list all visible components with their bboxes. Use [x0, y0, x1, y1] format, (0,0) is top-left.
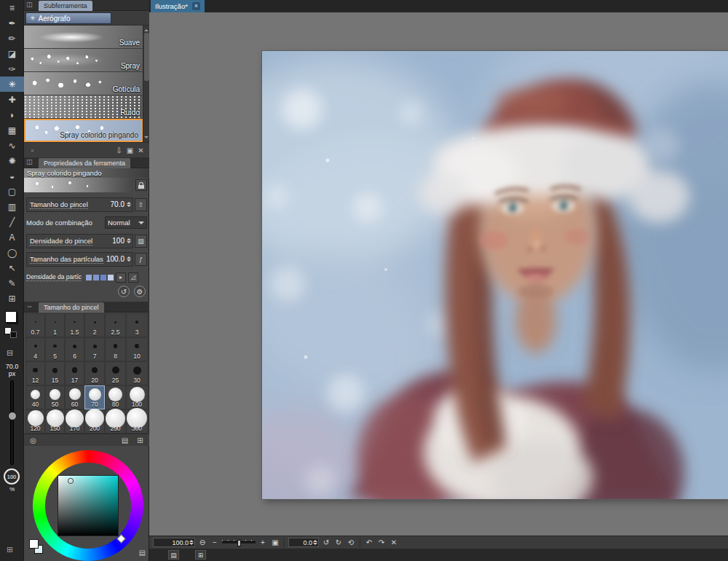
zoom-field[interactable]: 100.0 [153, 538, 195, 547]
slider-thumb[interactable] [8, 412, 17, 420]
color-marker[interactable] [68, 478, 74, 484]
text-tool[interactable]: A [0, 230, 24, 245]
import-subtool-button[interactable]: ⇩ [114, 145, 124, 155]
pencil-tool[interactable]: ✏ [0, 31, 24, 46]
brush-size-cell[interactable]: 1 [45, 313, 65, 337]
brush-size-cell[interactable]: 200 [84, 409, 105, 434]
operation-tool[interactable]: ↖ [0, 260, 24, 275]
zoom-minus-button[interactable]: − [210, 538, 220, 548]
brush-size-cell[interactable]: 10 [126, 337, 148, 361]
blend-mode-dropdown[interactable]: Normal [105, 216, 147, 229]
brush-size-cell[interactable]: 40 [25, 385, 45, 409]
brush-size-cell[interactable]: 3 [126, 313, 148, 337]
rotation-field[interactable]: 0.0 [288, 538, 319, 547]
subtool-scrollbar[interactable] [143, 26, 149, 142]
brush-size-cell[interactable]: 150 [45, 409, 65, 434]
correction-tool[interactable]: ✎ [0, 275, 24, 291]
rect-select-tool[interactable]: ▢ [0, 184, 24, 199]
scroll-up-icon[interactable] [144, 27, 149, 31]
size-dynamics-button[interactable]: ⇧ [135, 198, 147, 211]
density-dynamics-button[interactable]: ▧ [135, 235, 147, 248]
redo-button[interactable]: ↷ [376, 538, 387, 548]
brush-size-cell[interactable]: 5 [45, 337, 65, 361]
strip-grid-button[interactable]: ⊞ [195, 550, 206, 560]
subtool-item-suave[interactable]: Suave [24, 26, 143, 49]
gradient-tool[interactable]: ▥ [0, 199, 24, 214]
airbrush-group-tab[interactable]: ✳ Aerógrafo [25, 12, 111, 24]
sparkle-tool[interactable]: ✺ [0, 153, 24, 168]
brush-size-cell[interactable]: 100 [126, 385, 148, 409]
duplicate-subtool-button[interactable]: ▣ [124, 145, 135, 155]
particle-dynamics-button[interactable]: ƒ [135, 253, 147, 266]
brush-tool[interactable]: ✑ [0, 61, 24, 76]
brush-size-cell[interactable]: 15 [45, 361, 65, 385]
subtool-item-spray-colorido-selected[interactable]: Spray colorido pingando [24, 119, 143, 142]
rotate-right-button[interactable]: ↻ [333, 538, 344, 548]
zoom-slider[interactable] [222, 541, 256, 544]
zoom-out-button[interactable]: ⊖ [197, 538, 207, 548]
decoration-tool[interactable]: ✚ [0, 92, 24, 107]
brush-size-cell[interactable]: 8 [105, 337, 126, 361]
subtool-item-goticula[interactable]: Gotícula [24, 72, 143, 95]
rotation-spinner[interactable] [313, 540, 317, 545]
brush-size-cell[interactable]: 300 [126, 409, 148, 434]
balloon-tool[interactable]: ◯ [0, 245, 24, 260]
zoom-slider-thumb[interactable] [237, 540, 241, 546]
brush-size-cell[interactable]: 7 [84, 337, 105, 361]
wheel-primary-swatch[interactable] [29, 539, 39, 549]
panel-menu-button[interactable]: ≡ [0, 0, 24, 15]
brush-size-cell[interactable]: 80 [105, 385, 126, 409]
level-expand-button[interactable]: ▸ [116, 272, 126, 283]
size-grid-view-button[interactable]: ⊞ [135, 435, 146, 445]
brush-size-cell[interactable]: 50 [45, 385, 65, 409]
brush-size-cell[interactable]: 2.5 [105, 313, 126, 337]
brush-size-cell[interactable]: 250 [105, 409, 126, 434]
brush-size-cell[interactable]: 6 [65, 337, 84, 361]
subtool-options-button[interactable]: ▫ [27, 145, 38, 155]
pen-tool[interactable]: ✒ [0, 15, 24, 31]
brush-size-cell[interactable]: 2 [84, 313, 105, 337]
brush-size-cell-selected[interactable]: 70 [84, 385, 105, 409]
painting[interactable] [262, 51, 728, 499]
blend-tool[interactable]: ◗ [0, 107, 24, 122]
color-panel-menu-icon[interactable]: ▤ [139, 549, 146, 557]
size-list-view-button[interactable]: ▤ [119, 435, 130, 445]
brush-size-cell[interactable]: 60 [65, 385, 84, 409]
detail-settings-button[interactable]: ⚙ [134, 286, 146, 297]
particle-density-level[interactable] [86, 275, 114, 280]
spinner[interactable] [127, 256, 131, 262]
frame-tool[interactable]: ⊞ [0, 291, 24, 306]
close-icon[interactable]: × [192, 2, 200, 10]
tool-properties-tab[interactable]: Propriedades da ferramenta [39, 158, 130, 168]
zoom-spinner[interactable] [189, 540, 194, 545]
spinner[interactable] [127, 202, 131, 207]
airbrush-tool[interactable]: ✳ [0, 76, 24, 92]
brush-size-cell[interactable]: 1.5 [65, 313, 84, 337]
fit-to-screen-button[interactable]: ▣ [270, 538, 280, 548]
brush-size-cell[interactable]: 0.7 [25, 313, 45, 337]
scrollbar-thumb[interactable] [144, 33, 149, 81]
brush-size-field[interactable]: Tamanho do pincel 70.0 [26, 197, 133, 212]
reset-view-button[interactable]: ⟲ [346, 538, 356, 548]
brush-size-cell[interactable]: 4 [25, 337, 45, 361]
brush-size-cell[interactable]: 120 [25, 409, 45, 434]
brush-size-panel-tab[interactable]: Tamanho do pincel [39, 302, 104, 313]
strip-list-button[interactable]: ▤ [168, 550, 179, 560]
scroll-down-icon[interactable] [144, 136, 149, 141]
line-tool[interactable]: ╱ [0, 214, 24, 230]
clear-button[interactable]: ✕ [389, 538, 399, 548]
delete-subtool-button[interactable]: ✕ [135, 145, 146, 155]
transparent-color-swatch[interactable] [10, 332, 17, 338]
brush-size-cell[interactable]: 17 [65, 361, 84, 385]
document-tab[interactable]: Ilustração* × [151, 0, 205, 12]
eraser-tool[interactable]: ◪ [0, 46, 24, 61]
brush-size-cell[interactable]: 30 [126, 361, 148, 385]
lasso-tool[interactable]: ∿ [0, 138, 24, 153]
swatch-menu-icon[interactable]: ⊟ [7, 348, 13, 358]
subtool-panel-tab[interactable]: Subferramenta [39, 1, 92, 11]
brush-size-cell[interactable]: 20 [84, 361, 105, 385]
brush-density-field[interactable]: Densidade do pincel 100 [26, 234, 133, 248]
reset-defaults-button[interactable]: ↺ [118, 286, 130, 297]
size-display-button[interactable]: ◎ [28, 435, 39, 445]
brush-size-cell[interactable]: 170 [65, 409, 84, 434]
